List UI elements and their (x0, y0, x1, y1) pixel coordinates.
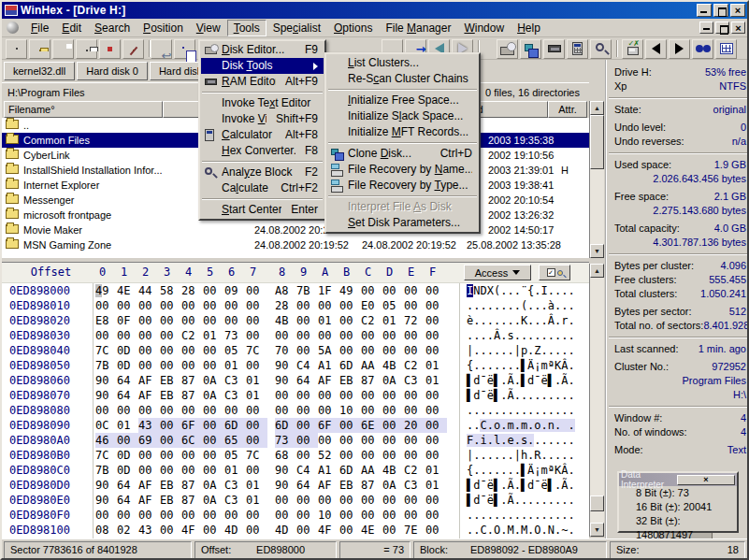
hex-byte[interactable]: 00 (95, 298, 117, 313)
hex-byte[interactable]: 00 (160, 298, 181, 313)
hex-byte[interactable]: 00 (138, 343, 160, 358)
access-dropdown[interactable]: Access (464, 265, 531, 280)
hex-text[interactable]: ..C.o.m.m.o.n. . (467, 418, 575, 433)
hex-byte[interactable]: 00 (425, 343, 447, 358)
hex-byte[interactable]: 00 (160, 403, 181, 418)
hex-byte[interactable]: AF (318, 478, 339, 493)
edit-data-button[interactable] (122, 39, 144, 59)
hex-byte[interactable]: 49 (339, 283, 361, 298)
hex-row[interactable]: 0ED8980407C0D00000000057C70005A000000000… (2, 343, 447, 358)
hex-byte[interactable]: 4D (275, 523, 296, 538)
hex-byte[interactable]: 00 (138, 328, 160, 343)
hex-byte[interactable]: 00 (224, 403, 246, 418)
hex-byte[interactable]: 0A (382, 478, 404, 493)
hex-byte[interactable]: 00 (296, 328, 318, 343)
sync-view-toggle[interactable]: ✓ (539, 265, 570, 280)
hex-byte[interactable]: 00 (361, 433, 382, 448)
hex-text[interactable]: è.......K...Â.r. (467, 313, 575, 328)
hex-byte[interactable]: AF (318, 373, 339, 388)
hex-byte[interactable]: C3 (224, 478, 246, 493)
hex-byte[interactable]: EB (160, 493, 181, 508)
menu-edit[interactable]: Edit (55, 20, 88, 36)
hex-byte[interactable]: 4F (318, 523, 339, 538)
hex-byte[interactable]: 00 (382, 388, 404, 403)
hex-byte[interactable]: 87 (181, 388, 203, 403)
hex-byte[interactable]: 00 (339, 343, 361, 358)
hex-byte[interactable]: 87 (181, 373, 203, 388)
hex-byte[interactable]: 00 (181, 463, 203, 478)
hex-byte[interactable]: 0A (382, 373, 404, 388)
hex-text[interactable]: ▌d¯ë▌.Ã.▌d¯ë▌.Ã. (467, 478, 575, 493)
properties-button[interactable] (99, 39, 121, 59)
hex-byte[interactable]: 00 (160, 328, 181, 343)
hex-byte[interactable]: 00 (382, 283, 404, 298)
hex-byte[interactable]: C2 (404, 463, 425, 478)
hex-byte[interactable]: 90 (95, 478, 117, 493)
hex-byte[interactable]: 73 (224, 328, 246, 343)
hex-byte[interactable]: 00 (246, 283, 267, 298)
hex-byte[interactable]: 64 (117, 373, 138, 388)
hex-byte[interactable]: 00 (425, 448, 447, 463)
hex-row[interactable]: 0ED898020E80F0000000000004B000100C201720… (2, 313, 447, 328)
menu-tools[interactable]: Tools (227, 20, 266, 36)
hex-byte[interactable]: 00 (181, 343, 203, 358)
hex-byte[interactable]: 00 (296, 433, 318, 448)
hex-byte[interactable]: 0F (117, 313, 138, 328)
copy-button[interactable] (174, 39, 195, 59)
hex-byte[interactable]: 00 (339, 493, 361, 508)
calculator-button[interactable] (567, 39, 588, 59)
hex-byte[interactable]: 00 (382, 433, 404, 448)
hex-byte[interactable]: 65 (224, 433, 246, 448)
hex-byte[interactable]: 00 (382, 448, 404, 463)
ram-editor-button[interactable] (543, 39, 565, 59)
hex-byte[interactable]: 7C (95, 343, 117, 358)
hex-byte[interactable]: 01 (246, 493, 267, 508)
menu-item-file-recovery-by-type[interactable]: File Recovery by Type... (327, 178, 478, 194)
hex-byte[interactable]: 00 (138, 403, 160, 418)
hex-row[interactable]: 0ED8980C07B0D00000000010090C4A16DAA4BC20… (2, 463, 447, 478)
hex-byte[interactable]: AF (138, 388, 160, 403)
hex-byte[interactable]: 00 (361, 403, 382, 418)
hex-byte[interactable]: 00 (203, 358, 224, 373)
hex-byte[interactable]: 00 (181, 508, 203, 523)
hex-byte[interactable]: 00 (203, 283, 224, 298)
hex-byte[interactable]: 00 (404, 328, 425, 343)
menu-window[interactable]: Window (457, 20, 511, 36)
hex-byte[interactable]: 05 (382, 298, 404, 313)
hex-byte[interactable]: EB (339, 478, 361, 493)
hex-byte[interactable]: 00 (203, 463, 224, 478)
hex-byte[interactable]: 87 (181, 493, 203, 508)
hex-row[interactable]: 0ED8980709064AFEB870AC301000000000000000… (2, 388, 447, 403)
hex-byte[interactable]: 4B (275, 313, 296, 328)
hex-byte[interactable]: 00 (382, 493, 404, 508)
hex-byte[interactable]: 6D (339, 358, 361, 373)
hex-byte[interactable]: 00 (160, 433, 181, 448)
hex-byte[interactable]: 00 (382, 343, 404, 358)
hex-byte[interactable]: 00 (246, 403, 267, 418)
hex-byte[interactable]: 00 (404, 508, 425, 523)
hex-byte[interactable]: 4E (361, 523, 382, 538)
hex-rows[interactable]: 0ED898000494E445828000900A87B1F490000000… (2, 283, 447, 538)
hex-byte[interactable]: 00 (246, 313, 267, 328)
file-row[interactable]: MSN Gaming Zone24.08.2002 20:19:5224.08.… (2, 237, 589, 252)
hex-byte[interactable]: 01 (246, 373, 267, 388)
hex-byte[interactable]: 00 (117, 403, 138, 418)
close-icon[interactable]: × (677, 475, 735, 485)
hex-byte[interactable]: A1 (318, 358, 339, 373)
document-system-icon[interactable] (7, 22, 19, 34)
hex-byte[interactable]: 00 (203, 403, 224, 418)
hex-row[interactable]: 0ED8980E09064AFEB870AC301000000000000000… (2, 493, 447, 508)
hex-byte[interactable]: 00 (339, 523, 361, 538)
hex-byte[interactable]: 64 (117, 388, 138, 403)
hex-byte[interactable]: 00 (339, 298, 361, 313)
hex-row[interactable]: 0ED898000494E445828000900A87B1F490000000… (2, 283, 447, 298)
hex-text[interactable]: ................ (467, 508, 575, 523)
hex-byte[interactable]: 00 (246, 298, 267, 313)
hex-text[interactable]: |......|p.Z..... (467, 343, 575, 358)
hex-byte[interactable]: 00 (296, 418, 318, 433)
clone-disk-button[interactable] (520, 39, 541, 59)
hex-byte[interactable]: 01 (246, 478, 267, 493)
hex-byte[interactable]: 00 (382, 328, 404, 343)
hex-byte[interactable]: 00 (246, 358, 267, 373)
hex-byte[interactable]: 0D (117, 463, 138, 478)
